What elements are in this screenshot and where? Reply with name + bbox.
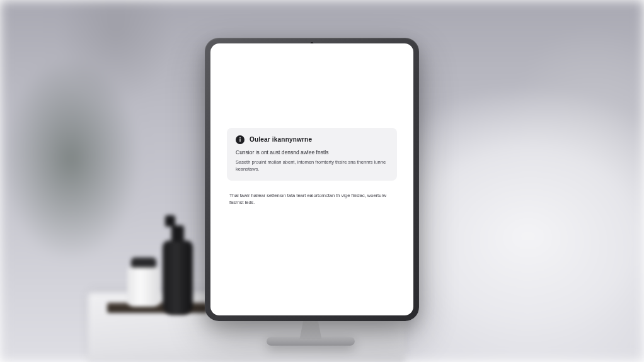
info-icon: i [236, 135, 244, 144]
content-area: i Oulear ikannynwrne Cunsior is ont aust… [227, 128, 397, 206]
card-body: Saseth prouint mollan abent, intomen fro… [236, 159, 388, 173]
card-title: Oulear ikannynwrne [250, 136, 312, 143]
desk-bottle [163, 240, 193, 315]
footnote-text: Thal tawir hallear settenion tata teart … [227, 192, 397, 206]
info-card[interactable]: i Oulear ikannynwrne Cunsior is ont aust… [227, 128, 397, 181]
monitor-frame: i Oulear ikannynwrne Cunsior is ont aust… [205, 38, 419, 321]
card-header: i Oulear ikannynwrne [236, 135, 388, 144]
screen: i Oulear ikannynwrne Cunsior is ont aust… [210, 43, 413, 315]
card-subtitle: Cunsior is ont aust densnd awlee fnstls [236, 149, 388, 156]
desk-cup [127, 266, 160, 307]
